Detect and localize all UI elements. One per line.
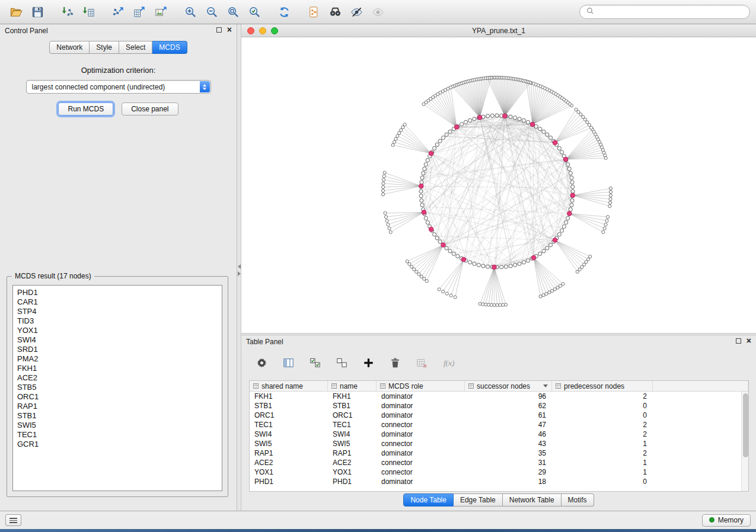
select-all-rows-icon[interactable] <box>308 355 322 370</box>
mcds-result-item[interactable]: SWI5 <box>17 421 222 430</box>
tab-edge-table[interactable]: Edge Table <box>454 493 503 507</box>
mcds-result-item[interactable]: SRD1 <box>17 345 222 354</box>
hide-selected-icon[interactable] <box>346 3 366 21</box>
mcds-result-item[interactable]: SWI4 <box>17 335 222 345</box>
table-row[interactable]: SWI5SWI5connector431 <box>250 439 748 448</box>
toolbar-group <box>180 3 264 21</box>
import-network-icon[interactable] <box>57 3 77 21</box>
close-window-icon[interactable] <box>247 27 254 34</box>
function-builder-icon[interactable]: f(x) <box>441 355 455 370</box>
table-row[interactable]: STB1STB1dominator620 <box>250 401 748 411</box>
close-table-panel-icon[interactable]: × <box>747 338 751 344</box>
table-row[interactable]: PHD1PHD1dominator180 <box>250 477 748 486</box>
mcds-result-title: MCDS result (17 nodes) <box>12 272 94 280</box>
optimization-criterion-select[interactable]: largest connected component (undirected) <box>26 80 211 94</box>
network-graph[interactable] <box>241 37 756 333</box>
float-panel-icon[interactable] <box>216 27 222 33</box>
node-table: shared namenameMCDS rolesuccessor nodesp… <box>249 380 749 492</box>
export-network-icon[interactable] <box>108 3 128 21</box>
table-cell: 1 <box>552 467 653 477</box>
import-table-icon[interactable] <box>78 3 98 21</box>
tab-network-table[interactable]: Network Table <box>503 493 562 507</box>
table-scrollbar[interactable] <box>741 392 748 491</box>
mcds-result-item[interactable]: YOX1 <box>17 326 222 335</box>
open-session-doc-icon[interactable] <box>304 3 324 21</box>
table-row[interactable]: YOX1YOX1connector291 <box>250 467 748 477</box>
mcds-result-item[interactable]: STB1 <box>17 411 222 421</box>
table-row[interactable]: ORC1ORC1dominator610 <box>250 411 748 420</box>
export-table-icon[interactable] <box>129 3 149 21</box>
zoom-in-icon[interactable] <box>180 3 200 21</box>
network-window-titlebar[interactable]: YPA_prune.txt_1 <box>241 24 756 37</box>
node-table-header: shared namenameMCDS rolesuccessor nodesp… <box>250 381 748 392</box>
mcds-result-item[interactable]: PHD1 <box>17 288 222 297</box>
mcds-result-item[interactable]: ORC1 <box>17 392 222 402</box>
run-mcds-button[interactable]: Run MCDS <box>58 102 113 116</box>
search-box[interactable] <box>579 5 750 19</box>
save-session-icon[interactable] <box>27 3 47 21</box>
column-header-mcds-role[interactable]: MCDS role <box>377 381 465 391</box>
toolbar-group <box>6 3 47 21</box>
zoom-out-icon[interactable] <box>202 3 222 21</box>
mcds-result-item[interactable]: TEC1 <box>17 430 222 440</box>
zoom-selected-icon[interactable] <box>244 3 264 21</box>
open-file-icon[interactable] <box>6 3 26 21</box>
table-row[interactable]: ACE2ACE2connector311 <box>250 458 748 467</box>
table-cell: 61 <box>465 411 552 420</box>
show-panels-menu-button[interactable] <box>5 514 21 526</box>
add-column-icon[interactable] <box>361 355 375 370</box>
table-cell: SWI5 <box>328 439 377 448</box>
tab-select[interactable]: Select <box>119 41 152 54</box>
table-row[interactable]: FKH1FKH1dominator962 <box>250 392 748 401</box>
column-type-icon <box>253 382 259 390</box>
mcds-result-item[interactable]: TID3 <box>17 316 222 326</box>
memory-label: Memory <box>718 516 744 524</box>
column-header-predecessor-nodes[interactable]: predecessor nodes <box>552 381 653 391</box>
network-canvas[interactable] <box>241 37 756 333</box>
mcds-result-item[interactable]: PMA2 <box>17 354 222 364</box>
delete-column-icon[interactable] <box>388 355 402 370</box>
zoom-fit-icon[interactable] <box>223 3 243 21</box>
splitter-collapse-handle[interactable] <box>237 264 241 277</box>
table-row[interactable]: TEC1TEC1connector472 <box>250 420 748 430</box>
search-input[interactable] <box>598 8 744 16</box>
export-image-icon[interactable] <box>151 3 171 21</box>
mcds-result-list[interactable]: PHD1CAR1STP4TID3YOX1SWI4SRD1PMA2FKH1ACE2… <box>12 285 222 491</box>
show-columns-icon[interactable] <box>281 355 295 370</box>
tab-style[interactable]: Style <box>90 41 119 54</box>
tab-network[interactable]: Network <box>49 41 90 54</box>
memory-button[interactable]: Memory <box>702 514 751 527</box>
mcds-result-item[interactable]: GCR1 <box>17 440 222 449</box>
mcds-result-item[interactable]: CAR1 <box>17 297 222 307</box>
minimize-window-icon[interactable] <box>259 27 266 34</box>
mcds-result-item[interactable]: RAP1 <box>17 402 222 411</box>
tab-mcds[interactable]: MCDS <box>152 41 187 54</box>
column-header-name[interactable]: name <box>328 381 377 391</box>
column-header-successor-nodes[interactable]: successor nodes <box>465 381 552 391</box>
close-panel-button[interactable]: Close panel <box>122 102 178 116</box>
tab-node-table[interactable]: Node Table <box>403 493 454 507</box>
control-panel-titlebar: Control Panel × <box>0 24 237 37</box>
mcds-result-item[interactable]: STB5 <box>17 383 222 392</box>
apply-layout-icon[interactable] <box>274 3 294 21</box>
sort-caret-icon[interactable] <box>543 384 548 387</box>
table-cell: TEC1 <box>250 420 328 430</box>
column-header-shared-name[interactable]: shared name <box>250 381 328 391</box>
float-table-panel-icon[interactable] <box>736 338 741 344</box>
table-row[interactable]: RAP1RAP1dominator352 <box>250 448 748 458</box>
close-panel-icon[interactable]: × <box>227 27 232 33</box>
tab-motifs[interactable]: Motifs <box>562 493 594 507</box>
table-cell: 2 <box>552 448 653 458</box>
mcds-result-item[interactable]: STP4 <box>17 307 222 316</box>
scrollbar-thumb[interactable] <box>743 393 748 457</box>
table-options-icon[interactable] <box>254 355 269 370</box>
show-all-icon[interactable] <box>368 3 388 21</box>
mcds-result-item[interactable]: FKH1 <box>17 364 222 373</box>
deselect-all-rows-icon[interactable] <box>334 355 349 370</box>
vertical-splitter[interactable] <box>237 24 241 511</box>
mcds-result-item[interactable]: ACE2 <box>17 373 222 383</box>
maximize-window-icon[interactable] <box>271 27 278 34</box>
delete-table-icon[interactable] <box>414 355 429 370</box>
table-row[interactable]: SWI4SWI4dominator462 <box>250 430 748 439</box>
first-neighbors-icon[interactable] <box>325 3 345 21</box>
